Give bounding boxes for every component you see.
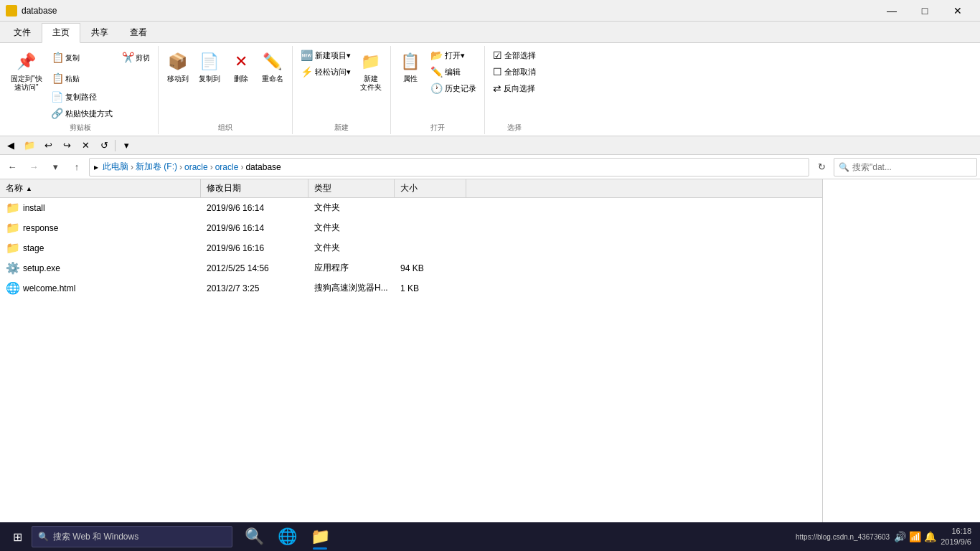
- copy-button[interactable]: 📋 复制: [47, 47, 116, 67]
- qa-refresh[interactable]: ↺: [96, 138, 112, 154]
- tab-view[interactable]: 查看: [119, 23, 158, 42]
- taskbar-search-icon: 🔍: [38, 532, 49, 542]
- search-input[interactable]: [852, 162, 972, 172]
- copy-label: 复制: [65, 54, 80, 62]
- qa-cancel[interactable]: ✕: [77, 138, 93, 154]
- cut-label: 剪切: [136, 54, 150, 62]
- start-icon: ⊞: [13, 530, 22, 544]
- html-icon: 🌐: [6, 281, 20, 295]
- new-folder-button[interactable]: 📁 新建文件夹: [356, 47, 386, 95]
- list-item[interactable]: 📁 response 2019/9/6 16:14 文件夹: [0, 218, 822, 238]
- file-list-header: 名称 ▲ 修改日期 类型 大小: [0, 179, 822, 198]
- open-label: 打开: [430, 121, 445, 133]
- start-button[interactable]: ⊞: [3, 522, 32, 551]
- select-label: 选择: [507, 121, 522, 133]
- file-type-install: 文件夹: [308, 202, 395, 214]
- list-item[interactable]: ⚙️ setup.exe 2012/5/25 14:56 应用程序 94 KB: [0, 258, 822, 278]
- move-button[interactable]: 📦 移动到: [163, 47, 193, 86]
- easy-access-button[interactable]: ⚡ 轻松访问▾: [297, 64, 354, 80]
- refresh-button[interactable]: ↻: [812, 158, 831, 176]
- organize-content: 📦 移动到 📄 复制到 ✕ 删除 ✏️ 重命名: [163, 47, 288, 121]
- tab-file[interactable]: 文件: [3, 23, 42, 42]
- minimize-button[interactable]: —: [875, 0, 908, 22]
- taskbar-app-explorer[interactable]: 📁: [304, 522, 336, 551]
- qa-undo[interactable]: ↩: [40, 138, 56, 154]
- taskbar-app-browser[interactable]: 🌐: [271, 522, 303, 551]
- breadcrumb-oracle2[interactable]: oracle: [215, 162, 239, 172]
- search-box[interactable]: 🔍: [834, 158, 977, 176]
- close-button[interactable]: ✕: [941, 0, 974, 22]
- date-display: 2019/9/6: [941, 537, 971, 547]
- nav-dropdown-button[interactable]: ▾: [46, 158, 65, 176]
- select-all-icon: ☑: [493, 50, 502, 61]
- delete-button[interactable]: ✕ 删除: [226, 47, 256, 86]
- qa-dropdown[interactable]: ▾: [118, 138, 134, 154]
- ribbon-group-select: ☑ 全部选择 ☐ 全部取消 ⇄ 反向选择 选择: [485, 46, 544, 134]
- col-header-name[interactable]: 名称 ▲: [0, 179, 201, 197]
- nav-forward-button[interactable]: →: [24, 158, 43, 176]
- list-item[interactable]: 📁 install 2019/9/6 16:14 文件夹: [0, 198, 822, 218]
- qa-folder[interactable]: 📁: [22, 138, 37, 154]
- pin-button[interactable]: 📌 固定到"快速访问": [7, 47, 46, 95]
- file-name-stage: 📁 stage: [0, 241, 201, 255]
- volume-icon[interactable]: 🔊: [894, 531, 906, 542]
- taskbar-search[interactable]: 🔍 搜索 Web 和 Windows: [32, 526, 232, 547]
- col-header-type[interactable]: 类型: [308, 179, 395, 197]
- new-label: 新建: [334, 121, 349, 133]
- list-item[interactable]: 🌐 welcome.html 2013/2/7 3:25 搜狗高速浏览器H...…: [0, 278, 822, 298]
- select-none-button[interactable]: ☐ 全部取消: [489, 64, 540, 80]
- clock[interactable]: 16:18 2019/9/6: [941, 526, 971, 548]
- time-display: 16:18: [941, 526, 971, 537]
- breadcrumb-drive[interactable]: 新加卷 (F:): [136, 161, 177, 173]
- new-col: 🆕 新建项目▾ ⚡ 轻松访问▾: [297, 47, 354, 80]
- select-none-label: 全部取消: [504, 67, 536, 77]
- history-button[interactable]: 🕐 历史记录: [427, 80, 480, 96]
- nav-back-button[interactable]: ←: [3, 158, 22, 176]
- rename-button[interactable]: ✏️ 重命名: [258, 47, 288, 86]
- paste-button[interactable]: 📋 粘贴: [47, 68, 116, 88]
- taskbar-app-search[interactable]: 🔍: [238, 522, 270, 551]
- new-folder-icon: 📁: [359, 50, 382, 73]
- col-header-date[interactable]: 修改日期: [201, 179, 308, 197]
- file-date-response: 2019/9/6 16:14: [201, 223, 308, 233]
- qa-nav-back[interactable]: ◀: [3, 138, 19, 154]
- file-date-welcome: 2013/2/7 3:25: [201, 283, 308, 293]
- notification-url: https://blog.csdn.n_43673603: [796, 533, 890, 541]
- cut-button[interactable]: ✂️ 剪切: [118, 47, 154, 67]
- move-icon: 📦: [166, 50, 189, 73]
- nav-up-button[interactable]: ↑: [67, 158, 86, 176]
- edit-button[interactable]: ✏️ 编辑: [427, 64, 480, 80]
- properties-label: 属性: [403, 75, 418, 83]
- open-button[interactable]: 📂 打开▾: [427, 47, 480, 63]
- open-icon: 📂: [430, 50, 443, 61]
- maximize-button[interactable]: □: [908, 0, 941, 22]
- taskbar-browser-icon: 🌐: [278, 527, 297, 546]
- breadcrumb-home: ▸: [94, 162, 98, 172]
- preview-panel: 选择要预览的文件。: [822, 179, 980, 551]
- copy-to-button[interactable]: 📄 复制到: [194, 47, 225, 86]
- qa-redo[interactable]: ↪: [59, 138, 75, 154]
- copy-path-button[interactable]: 📄 复制路径: [47, 89, 116, 105]
- tab-home[interactable]: 主页: [42, 23, 80, 43]
- list-item[interactable]: 📁 stage 2019/9/6 16:16 文件夹: [0, 238, 822, 258]
- file-date-install: 2019/9/6 16:14: [201, 203, 308, 213]
- invert-selection-button[interactable]: ⇄ 反向选择: [489, 80, 540, 96]
- copy-to-icon: 📄: [198, 50, 221, 73]
- network-icon[interactable]: 📶: [909, 531, 921, 542]
- select-all-button[interactable]: ☑ 全部选择: [489, 47, 540, 63]
- properties-button[interactable]: 📋 属性: [395, 47, 425, 86]
- tab-share[interactable]: 共享: [80, 23, 119, 42]
- select-content: ☑ 全部选择 ☐ 全部取消 ⇄ 反向选择: [489, 47, 540, 121]
- paste-shortcut-button[interactable]: 🔗 粘贴快捷方式: [47, 105, 116, 121]
- col-header-size[interactable]: 大小: [395, 179, 466, 197]
- select-col: ☑ 全部选择 ☐ 全部取消 ⇄ 反向选择: [489, 47, 540, 96]
- file-type-response: 文件夹: [308, 222, 395, 234]
- breadcrumb-computer[interactable]: 此电脑: [103, 161, 128, 173]
- search-icon: 🔍: [839, 162, 849, 172]
- breadcrumb-oracle1[interactable]: oracle: [184, 162, 208, 172]
- notification-icon[interactable]: 🔔: [924, 531, 936, 542]
- address-path[interactable]: ▸ 此电脑 › 新加卷 (F:) › oracle › oracle › dat…: [89, 158, 809, 176]
- new-item-button[interactable]: 🆕 新建项目▾: [297, 47, 354, 63]
- file-list: 名称 ▲ 修改日期 类型 大小 📁 install 2019/9/6 16:14…: [0, 179, 822, 551]
- clipboard-label: 剪贴板: [70, 121, 91, 133]
